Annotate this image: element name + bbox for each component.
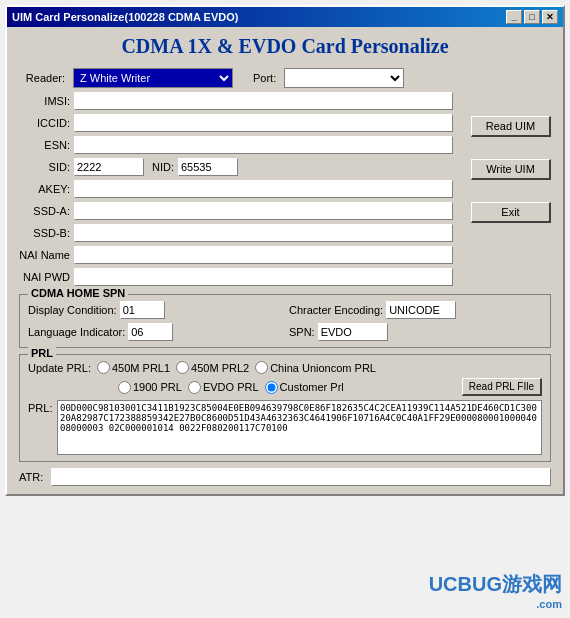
close-button[interactable]: ✕ — [542, 10, 558, 24]
read-uim-button[interactable]: Read UIM — [471, 116, 551, 137]
watermark: UCBUG游戏网 .com — [429, 571, 562, 610]
akey-input[interactable] — [74, 180, 453, 198]
write-uim-button[interactable]: Write UIM — [471, 159, 551, 180]
ssda-input[interactable] — [74, 202, 453, 220]
title-bar: UIM Card Personalize(100228 CDMA EVDO) _… — [7, 7, 563, 27]
spn-input[interactable] — [318, 323, 388, 341]
ssdb-row: SSD-B: — [19, 224, 453, 242]
port-label: Port: — [253, 72, 276, 84]
sid-label: SID: — [19, 161, 74, 173]
atr-input[interactable] — [51, 468, 551, 486]
language-indicator-input[interactable] — [128, 323, 173, 341]
nid-input[interactable] — [178, 158, 238, 176]
reader-select[interactable]: Z White Writer — [73, 68, 233, 88]
ssdb-label: SSD-B: — [19, 227, 74, 239]
reader-label: Reader: — [19, 72, 69, 84]
prl-group: PRL Update PRL: 450M PRL1 450M PRL2 Chin… — [19, 354, 551, 462]
main-window: UIM Card Personalize(100228 CDMA EVDO) _… — [5, 5, 565, 496]
cdma-home-spn-label: CDMA HOME SPN — [28, 287, 128, 299]
esn-input[interactable] — [74, 136, 453, 154]
prl-radio-450m-prl2[interactable] — [176, 361, 189, 374]
nai-name-label: NAI Name — [19, 249, 74, 261]
prl-option-450m-prl1-label: 450M PRL1 — [112, 362, 170, 374]
buttons-section: Read UIM Write UIM Exit — [461, 92, 551, 290]
iccid-label: ICCID: — [19, 117, 74, 129]
iccid-row: ICCID: — [19, 114, 453, 132]
watermark-sub: .com — [429, 598, 562, 610]
display-condition-input[interactable] — [120, 301, 165, 319]
prl-option-1900[interactable]: 1900 PRL — [118, 381, 182, 394]
form-area: IMSI: ICCID: ESN: SID: NID: — [19, 92, 551, 290]
nai-name-row: NAI Name — [19, 246, 453, 264]
prl-option-china-unicom[interactable]: China Unioncom PRL — [255, 361, 376, 374]
spn-label: SPN: — [289, 326, 315, 338]
prl-option-1900-label: 1900 PRL — [133, 381, 182, 393]
sid-input[interactable] — [74, 158, 144, 176]
prl-text-row: PRL: 00D000C98103001C3411B1923C85004E0EB… — [28, 400, 542, 455]
prl-option-china-unicom-label: China Unioncom PRL — [270, 362, 376, 374]
maximize-button[interactable]: □ — [524, 10, 540, 24]
cdma-home-spn-group: CDMA HOME SPN Display Condition: Chracte… — [19, 294, 551, 348]
ssda-label: SSD-A: — [19, 205, 74, 217]
character-encoding-input[interactable] — [386, 301, 456, 319]
prl-radio-450m-prl1[interactable] — [97, 361, 110, 374]
minimize-button[interactable]: _ — [506, 10, 522, 24]
display-condition-label: Display Condition: — [28, 304, 117, 316]
window-title: UIM Card Personalize(100228 CDMA EVDO) — [12, 11, 238, 23]
nai-pwd-row: NAI PWD — [19, 268, 453, 286]
window-content: CDMA 1X & EVDO Card Personalize Reader: … — [7, 27, 563, 494]
iccid-input[interactable] — [74, 114, 453, 132]
prl-radio-1900[interactable] — [118, 381, 131, 394]
prl-option-evdo-label: EVDO PRL — [203, 381, 259, 393]
prl-radio-evdo[interactable] — [188, 381, 201, 394]
exit-button[interactable]: Exit — [471, 202, 551, 223]
prl-option-450m-prl2-label: 450M PRL2 — [191, 362, 249, 374]
reader-row: Reader: Z White Writer Port: — [19, 68, 551, 88]
esn-label: ESN: — [19, 139, 74, 151]
prl-textarea[interactable]: 00D000C98103001C3411B1923C85004E0EB09463… — [57, 400, 542, 455]
nai-pwd-label: NAI PWD — [19, 271, 74, 283]
prl-option-evdo[interactable]: EVDO PRL — [188, 381, 259, 394]
nai-name-input[interactable] — [74, 246, 453, 264]
language-indicator-label: Language Indicator: — [28, 326, 125, 338]
prl-radio-customer[interactable] — [265, 381, 278, 394]
fields-section: IMSI: ICCID: ESN: SID: NID: — [19, 92, 453, 290]
akey-row: AKEY: — [19, 180, 453, 198]
imsi-row: IMSI: — [19, 92, 453, 110]
akey-label: AKEY: — [19, 183, 74, 195]
prl-option-450m-prl1[interactable]: 450M PRL1 — [97, 361, 170, 374]
nid-label: NID: — [152, 161, 174, 173]
main-title: CDMA 1X & EVDO Card Personalize — [19, 35, 551, 58]
nai-pwd-input[interactable] — [74, 268, 453, 286]
prl-option-customer[interactable]: Customer Prl — [265, 381, 344, 394]
esn-row: ESN: — [19, 136, 453, 154]
prl-group-label: PRL — [28, 347, 56, 359]
title-bar-buttons: _ □ ✕ — [506, 10, 558, 24]
ssdb-input[interactable] — [74, 224, 453, 242]
imsi-label: IMSI: — [19, 95, 74, 107]
character-encoding-label: Chracter Encoding: — [289, 304, 383, 316]
ssda-row: SSD-A: — [19, 202, 453, 220]
watermark-text: UCBUG游戏网 — [429, 573, 562, 595]
update-prl-label: Update PRL: — [28, 362, 91, 374]
imsi-input[interactable] — [74, 92, 453, 110]
atr-row: ATR: — [19, 468, 551, 486]
prl-option-450m-prl2[interactable]: 450M PRL2 — [176, 361, 249, 374]
sid-nid-row: SID: NID: — [19, 158, 453, 176]
read-prl-file-button[interactable]: Read PRL FIle — [462, 378, 542, 396]
port-select[interactable] — [284, 68, 404, 88]
atr-label: ATR: — [19, 471, 47, 483]
prl-label: PRL: — [28, 400, 53, 414]
prl-radio-china-unicom[interactable] — [255, 361, 268, 374]
prl-option-customer-label: Customer Prl — [280, 381, 344, 393]
